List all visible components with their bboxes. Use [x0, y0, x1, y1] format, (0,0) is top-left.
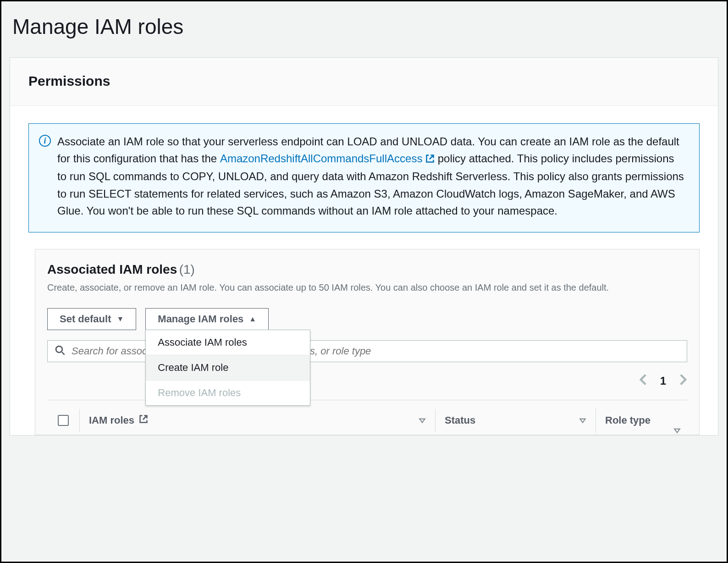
dropdown-remove-iam-roles: Remove IAM roles [146, 381, 310, 405]
select-all-cell [47, 409, 79, 431]
dropdown-associate-iam-roles[interactable]: Associate IAM roles [146, 330, 310, 355]
info-alert: i Associate an IAM role so that your ser… [28, 123, 700, 232]
dropdown-create-iam-role[interactable]: Create IAM role [146, 355, 310, 381]
permissions-panel: Permissions i Associate an IAM role so t… [10, 57, 718, 436]
associated-description: Create, associate, or remove an IAM role… [47, 281, 687, 294]
caret-up-icon: ▲ [249, 315, 256, 323]
search-row [47, 340, 687, 362]
set-default-button[interactable]: Set default ▼ [47, 308, 136, 330]
column-role-type[interactable]: Role type [596, 408, 687, 433]
sort-icon [673, 424, 681, 437]
permissions-heading: Permissions [28, 73, 700, 89]
associated-roles-section: Associated IAM roles (1) Create, associa… [35, 249, 700, 435]
associated-count: (1) [179, 262, 195, 276]
page-number: 1 [660, 375, 666, 387]
table-header-row: IAM roles Status Role type [47, 400, 687, 435]
sort-icon [419, 414, 426, 426]
caret-down-icon: ▼ [116, 315, 124, 323]
external-link-icon [139, 414, 148, 426]
manage-dropdown: Associate IAM roles Create IAM role Remo… [145, 330, 310, 406]
info-icon: i [39, 133, 51, 219]
column-iam-roles[interactable]: IAM roles [79, 409, 435, 432]
external-link-icon [425, 151, 435, 168]
svg-point-0 [56, 346, 62, 353]
prev-page-button[interactable] [639, 373, 647, 389]
page-title: Manage IAM roles [1, 1, 727, 57]
info-policy-link[interactable]: AmazonRedshiftAllCommandsFullAccess [220, 152, 435, 165]
info-text: Associate an IAM role so that your serve… [57, 133, 686, 219]
column-status[interactable]: Status [435, 409, 596, 432]
pagination: 1 [47, 373, 687, 389]
permissions-header: Permissions [10, 58, 718, 106]
search-input-wrap[interactable] [47, 340, 687, 362]
manage-iam-roles-button[interactable]: Manage IAM roles ▲ [145, 308, 269, 330]
search-icon [55, 345, 65, 357]
sort-icon [579, 414, 586, 426]
associated-title: Associated IAM roles [47, 262, 177, 276]
next-page-button[interactable] [679, 373, 687, 389]
select-all-checkbox[interactable] [58, 415, 69, 426]
button-row: Set default ▼ Manage IAM roles ▲ Associa… [47, 308, 687, 330]
